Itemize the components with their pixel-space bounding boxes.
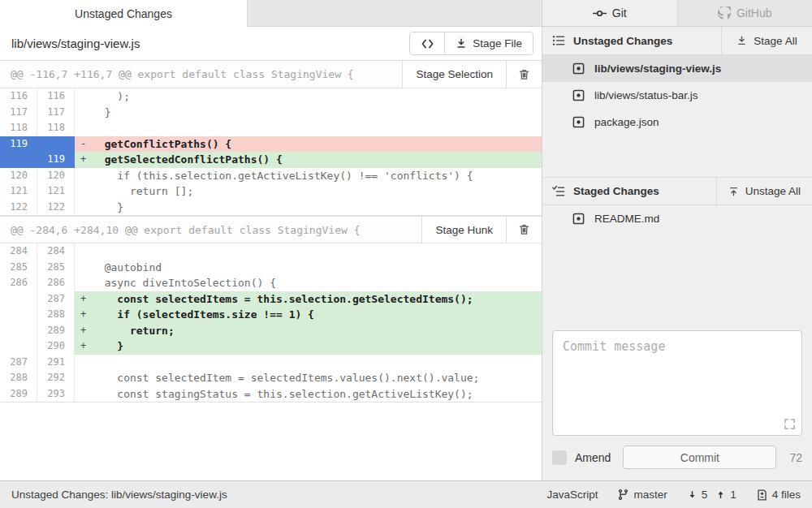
- file-item[interactable]: lib/views/staging-view.js: [542, 55, 812, 82]
- new-line-number: 287: [37, 291, 75, 308]
- git-commit-icon: [593, 6, 607, 20]
- file-name: lib/views/status-bar.js: [594, 89, 698, 101]
- old-line-number: 289: [0, 386, 37, 403]
- tab-github[interactable]: GitHub: [677, 0, 812, 26]
- file-item[interactable]: lib/views/status-bar.js: [542, 82, 812, 109]
- old-line-number: 117: [0, 105, 37, 121]
- line-content: - getConflictPaths() {: [75, 136, 542, 153]
- stage-all-label: Stage All: [754, 35, 797, 47]
- new-line-number: 285: [37, 260, 75, 276]
- tab-bar: Unstaged Changes: [0, 0, 542, 27]
- changed-files-count: 4 files: [772, 489, 801, 501]
- tab-git[interactable]: Git: [542, 0, 677, 26]
- git-panel: Git GitHub Unstaged Changes: [542, 0, 812, 480]
- diff-view[interactable]: @@ -116,7 +116,7 @@ export default class…: [0, 61, 542, 480]
- line-content: const selectedItem = selectedItems.value…: [75, 370, 542, 386]
- unstage-all-button[interactable]: Unstage All: [716, 178, 812, 204]
- status-bar: Unstaged Changes: lib/views/staging-view…: [0, 480, 812, 508]
- diff-line[interactable]: 119+ getSelectedConflictPaths() {: [0, 152, 542, 168]
- move-up-icon: [728, 186, 739, 196]
- git-branch-icon: [617, 489, 629, 501]
- checklist-icon: [552, 185, 565, 198]
- line-content: + getSelectedConflictPaths() {: [75, 152, 542, 168]
- tab-unstaged-changes[interactable]: Unstaged Changes: [0, 0, 248, 27]
- new-line-number: 122: [37, 200, 75, 216]
- commit-button[interactable]: Commit: [623, 446, 776, 469]
- file-item[interactable]: README.md: [542, 205, 812, 232]
- move-down-icon: [736, 36, 747, 46]
- new-line-number: 116: [37, 88, 75, 105]
- diff-line[interactable]: 288+ if (selectedItems.size !== 1) {: [0, 307, 542, 323]
- diff-line[interactable]: 286286 async diveIntoSelection() {: [0, 275, 542, 291]
- old-line-number: 118: [0, 120, 37, 136]
- modified-file-icon: [572, 213, 585, 225]
- stage-file-button[interactable]: Stage File: [444, 32, 533, 54]
- code-icon: [421, 38, 434, 50]
- amend-checkbox[interactable]: [552, 450, 567, 465]
- grammar-selector[interactable]: JavaScript: [546, 489, 598, 501]
- file-name: README.md: [594, 213, 659, 225]
- atom-github-window: Unstaged Changes lib/views/staging-view.…: [0, 0, 812, 508]
- line-content: + const selectedItems = this.selection.g…: [75, 291, 542, 308]
- discard-hunk-button[interactable]: [506, 61, 542, 88]
- line-content: async diveIntoSelection() {: [75, 275, 542, 291]
- diff-file-header: lib/views/staging-view.js Stage File: [0, 27, 542, 61]
- modified-file-icon: [572, 89, 585, 101]
- status-bar-right: JavaScript master 5 1: [546, 489, 801, 502]
- branch-indicator[interactable]: master: [617, 489, 667, 501]
- unstaged-section-header: Unstaged Changes Stage All: [542, 27, 812, 55]
- stage-selection-button[interactable]: Stage Selection: [402, 61, 506, 88]
- new-line-number: 291: [37, 355, 75, 371]
- new-line-number: 288: [37, 307, 75, 323]
- diff-line[interactable]: 116116 );: [0, 88, 542, 105]
- diff-line[interactable]: 288292 const selectedItem = selectedItem…: [0, 370, 542, 386]
- push-pull-indicator[interactable]: 5 1: [687, 489, 736, 501]
- diff-line[interactable]: 121121 return [];: [0, 183, 542, 200]
- line-content: [75, 355, 542, 371]
- expand-commit-box-button[interactable]: [784, 418, 796, 430]
- new-line-number: 117: [37, 105, 75, 121]
- status-context-label: Unstaged Changes: lib/views/staging-view…: [11, 489, 546, 501]
- discard-hunk-button[interactable]: [506, 217, 542, 243]
- old-line-number: 119: [0, 136, 37, 153]
- tab-github-label: GitHub: [736, 6, 772, 19]
- diff-line[interactable]: 120120 if (this.selection.getActiveListK…: [0, 168, 542, 184]
- diff-line[interactable]: 289+ return;: [0, 323, 542, 339]
- new-line-number: 119: [37, 152, 75, 168]
- diff-line[interactable]: 285285 @autobind: [0, 260, 542, 276]
- file-item[interactable]: package.json: [542, 109, 812, 136]
- file-name: package.json: [594, 116, 659, 128]
- hunk-header: @@ -116,7 +116,7 @@ export default class…: [0, 61, 542, 88]
- changed-files-indicator[interactable]: 4 files: [756, 489, 801, 502]
- line-content: [75, 243, 542, 260]
- diff-line[interactable]: 289293 const stagingStatus = this.select…: [0, 386, 542, 403]
- line-content: }: [75, 105, 542, 121]
- commits-behind-count: 5: [702, 489, 708, 501]
- diff-line[interactable]: 122122 }: [0, 200, 542, 216]
- old-line-number: [0, 291, 37, 308]
- diff-line[interactable]: 118118: [0, 120, 542, 136]
- diff-line[interactable]: 119- getConflictPaths() {: [0, 136, 542, 153]
- new-line-number: 293: [37, 386, 75, 403]
- diff-line[interactable]: 290+ }: [0, 338, 542, 355]
- staged-section-title: Staged Changes: [573, 185, 659, 197]
- hunk-range-label: @@ -284,6 +284,10 @@ export default clas…: [0, 217, 421, 243]
- old-line-number: 286: [0, 275, 37, 291]
- commit-message-input[interactable]: [553, 331, 801, 435]
- diff-line[interactable]: 287+ const selectedItems = this.selectio…: [0, 291, 542, 308]
- list-unordered-icon: [552, 34, 565, 47]
- open-file-button[interactable]: [410, 32, 444, 54]
- amend-label: Amend: [575, 451, 611, 464]
- diff-line[interactable]: 284284: [0, 243, 542, 260]
- diff-line[interactable]: 117117 }: [0, 105, 542, 121]
- stage-hunk-button[interactable]: Stage Hunk: [421, 217, 506, 243]
- arrow-up-icon: [715, 489, 726, 501]
- modified-file-icon: [572, 62, 585, 75]
- stage-all-button[interactable]: Stage All: [721, 27, 812, 54]
- commit-message-box: [552, 330, 802, 436]
- hunk-lines: 284284285285 @autobind286286 async diveI…: [0, 243, 542, 403]
- unstage-all-label: Unstage All: [745, 185, 801, 197]
- diff-line[interactable]: 287291: [0, 355, 542, 371]
- commit-controls: Amend Commit 72: [552, 446, 802, 469]
- file-diff-icon: [756, 489, 768, 502]
